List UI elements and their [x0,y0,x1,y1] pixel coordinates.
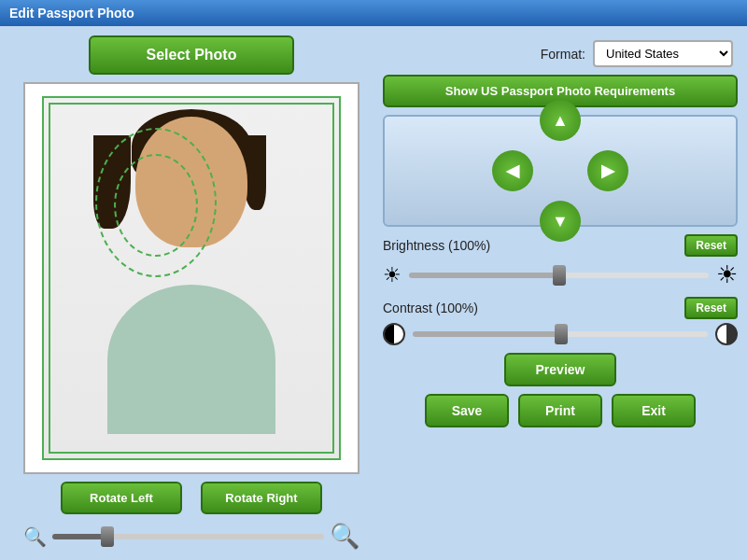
photo-background [42,96,341,460]
format-row: Format: United States Canada UK Australi… [383,40,738,67]
contrast-high-icon [715,323,738,345]
left-panel: Select Photo [9,35,374,551]
brightness-section: Brightness (100%) Reset ☀ ☀ [383,234,738,289]
brightness-label: Brightness (100%) [383,238,490,253]
contrast-section: Contrast (100%) Reset [383,297,738,345]
exit-button[interactable]: Exit [612,394,696,427]
photo-area [42,96,341,460]
contrast-label: Contrast (100%) [383,301,478,315]
brightness-high-icon: ☀ [716,260,738,289]
rotate-buttons-row: Rotate Left Rotate Right [9,482,374,514]
zoom-in-icon: 🔍 [330,522,359,551]
format-select[interactable]: United States Canada UK Australia [593,40,733,67]
contrast-low-icon [383,323,405,345]
arrow-up-button[interactable]: ▲ [540,100,581,141]
rotate-left-button[interactable]: Rotate Left [61,482,182,514]
contrast-reset-button[interactable]: Reset [684,297,738,319]
rotate-right-button[interactable]: Rotate Right [201,482,322,514]
arrow-right-button[interactable]: ▶ [587,150,628,191]
brightness-reset-button[interactable]: Reset [684,234,738,257]
title-bar-label: Edit Passport Photo [9,6,134,21]
zoom-row: 🔍 🔍 [23,522,359,551]
preview-row: Preview [383,353,738,386]
print-button[interactable]: Print [518,394,602,427]
preview-button[interactable]: Preview [504,353,616,386]
contrast-header: Contrast (100%) Reset [383,297,738,319]
bottom-buttons-row: Save Print Exit [383,394,738,427]
photo-selection-border [49,103,334,454]
photo-container [23,82,359,474]
title-bar: Edit Passport Photo [0,0,747,26]
arrow-pad: ▲ ◀ ▶ ▼ [383,115,738,227]
format-label: Format: [541,47,585,62]
select-photo-button[interactable]: Select Photo [89,35,294,75]
right-panel: Format: United States Canada UK Australi… [383,35,738,551]
zoom-out-icon: 🔍 [23,525,47,548]
brightness-low-icon: ☀ [383,263,402,287]
brightness-header: Brightness (100%) Reset [383,234,738,257]
brightness-slider-row: ☀ ☀ [383,260,738,289]
arrow-left-button[interactable]: ◀ [492,150,533,191]
contrast-slider-row [383,323,738,345]
save-button[interactable]: Save [425,394,509,427]
